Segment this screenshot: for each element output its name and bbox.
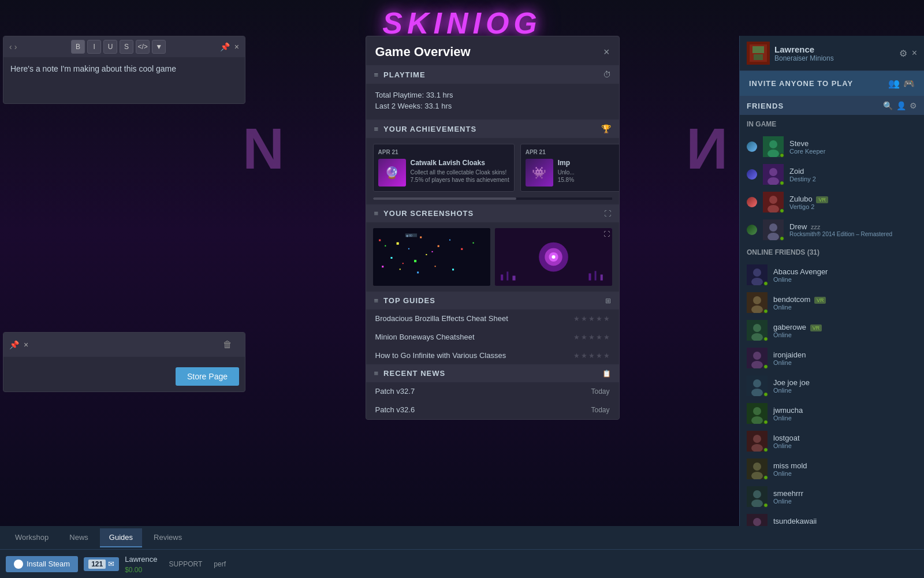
friends-panel-close[interactable]: × (912, 48, 917, 58)
svg-rect-15 (382, 266, 383, 267)
friend-item-lost[interactable]: lostgoat Online (740, 427, 924, 455)
guide-row-3[interactable]: How to Go Infinite with Various Classes … (366, 346, 619, 364)
friend-avatar-iron (747, 348, 767, 368)
friend-game-drew: Rocksmith® 2014 Edition – Remastered (789, 231, 917, 237)
tab-reviews[interactable]: Reviews (144, 528, 191, 547)
news-expand-icon[interactable]: 📋 (602, 370, 611, 378)
friend-item-gabe[interactable]: gaberowe VR Online (740, 316, 924, 344)
friend-avatar-smee (747, 486, 767, 507)
tab-news[interactable]: News (60, 528, 98, 547)
playtime-section-bar: ≡ PLAYTIME ⏱ (366, 65, 619, 84)
note-close-2[interactable]: × (24, 340, 28, 349)
status-dot-drew (780, 236, 784, 241)
notification-count: 121 (88, 560, 106, 569)
bold-button[interactable]: B (71, 40, 85, 54)
friend-info-smee: smeehrrr Online (773, 489, 917, 505)
friend-info-joe: Joe joe joe Online (773, 378, 917, 394)
achievement-date-2: APR 21 (526, 149, 619, 155)
note-nav-back[interactable]: ‹ (9, 42, 12, 51)
strikethrough-button[interactable]: S (120, 40, 133, 54)
status-dot-bendot (763, 309, 768, 314)
guide-row-1[interactable]: Brodacious Brozilla Effects Cheat Sheet … (366, 309, 619, 328)
friend-item-steve[interactable]: Steve Core Keeper (740, 133, 924, 161)
svg-rect-2 (385, 245, 386, 247)
add-icon[interactable]: 👤 (896, 101, 906, 110)
add-friend-icon[interactable]: 👥 (888, 78, 900, 89)
code-button[interactable]: </> (136, 40, 150, 54)
news-date-1: Today (591, 387, 609, 396)
friend-avatar-miss (747, 458, 767, 479)
friend-item-smee[interactable]: smeehrrr Online (740, 483, 924, 510)
note-nav-fwd[interactable]: › (14, 42, 17, 51)
search-icon[interactable]: 🔍 (883, 101, 893, 110)
friend-item-joe[interactable]: Joe joe joe Online (740, 372, 924, 400)
controller-icon[interactable]: 🎮 (903, 78, 915, 89)
underline-button[interactable]: U (103, 40, 117, 54)
modal-close-button[interactable]: × (603, 46, 610, 58)
game-type-icon-vertigo (747, 197, 757, 207)
user-avatar (747, 42, 770, 65)
delete-icon[interactable]: 🗑 (223, 340, 232, 350)
settings-icon[interactable]: ⚙ (899, 48, 907, 59)
news-row-2[interactable]: Patch v32.6 Today (366, 401, 619, 419)
friend-name-zoid: Zoid (789, 167, 917, 176)
friend-name-gabe: gaberowe VR (773, 323, 917, 331)
achievement-img-1: 🔮 (378, 159, 406, 187)
tab-guides[interactable]: Guides (100, 528, 142, 547)
news-row-1[interactable]: Patch v32.7 Today (366, 382, 619, 401)
friend-item-abacus[interactable]: Abacus Avenger Online (740, 261, 924, 289)
friend-item-jw[interactable]: jwmucha Online (740, 400, 924, 427)
friend-avatar-gabe (747, 320, 767, 341)
dropdown-button[interactable]: ▼ (152, 40, 166, 54)
tab-workshop[interactable]: Workshop (6, 528, 58, 547)
svg-rect-36 (752, 46, 764, 53)
note-close-button[interactable]: × (234, 42, 239, 51)
bar-username: Lawrence (125, 555, 157, 564)
status-dot-lost (763, 448, 768, 452)
friend-status-jw: Online (773, 415, 917, 422)
guide-row-2[interactable]: Minion Boneways Cheatsheet ★ ★ ★ ★ ★ (366, 328, 619, 346)
recent-news-label: ≡ RECENT NEWS (374, 369, 446, 378)
note-nav: ‹ › (9, 42, 17, 51)
italic-button[interactable]: I (87, 40, 101, 54)
perf-label: perf (214, 560, 226, 568)
note-content[interactable]: Here's a note I'm making about this cool… (3, 57, 245, 103)
filter-icon[interactable]: ⚙ (910, 101, 917, 110)
friend-status-miss: Online (773, 470, 917, 477)
achievement-details-1: Catwalk Lavish Cloaks Collect all the co… (411, 159, 509, 187)
friend-item-bendot[interactable]: bendotcom VR Online (740, 289, 924, 316)
notification-badge[interactable]: 121 ✉ (84, 557, 119, 571)
steam-bar: Install Steam 121 ✉ Lawrence $0.00 SUPPO… (0, 549, 924, 578)
note-panel-2: 📌 × 🗑 Store Page (3, 332, 245, 392)
svg-text:◉ 80: ◉ 80 (405, 234, 412, 237)
svg-rect-31 (588, 273, 591, 280)
guide-stars-2: ★ ★ ★ ★ ★ (573, 333, 610, 341)
screenshot-2[interactable]: ⛶ (495, 228, 612, 286)
friends-icons-group: 🔍 👤 ⚙ (883, 101, 917, 110)
svg-point-45 (769, 196, 777, 204)
friend-item-zoid[interactable]: Zoid Destiny 2 (740, 161, 924, 188)
friend-info-lost: lostgoat Online (773, 434, 917, 449)
install-steam-button[interactable]: Install Steam (6, 556, 78, 572)
friend-item-zulubo[interactable]: Zulubo VR Vertigo 2 (740, 188, 924, 216)
invite-banner[interactable]: INVITE ANYONE TO PLAY 👥 🎮 (740, 71, 924, 96)
achievement-card-2[interactable]: APR 21 👾 Imp Unlo... 15.8% (520, 144, 619, 192)
screenshot-1[interactable]: ◉ 80 (373, 228, 490, 286)
store-page-button[interactable]: Store Page (176, 367, 239, 386)
achievement-card-1[interactable]: APR 21 🔮 Catwalk Lavish Cloaks Collect a… (373, 144, 515, 192)
svg-rect-4 (408, 248, 409, 249)
friend-avatar-zoid (763, 164, 784, 185)
achievements-label: ≡ YOUR ACHIEVEMENTS (374, 125, 477, 133)
support-link[interactable]: SUPPORT (169, 560, 203, 568)
guides-expand-icon[interactable]: ⊞ (605, 297, 611, 305)
friend-name-tsun: tsundekawaii (773, 517, 917, 525)
friend-item-iron[interactable]: ironjaiden Online (740, 344, 924, 372)
svg-rect-30 (512, 275, 515, 280)
friend-avatar-abacus (747, 264, 767, 285)
screenshots-expand-icon[interactable]: ⛶ (604, 210, 611, 218)
recent-news-section-bar: ≡ RECENT NEWS 📋 (366, 364, 619, 382)
svg-rect-18 (434, 266, 435, 267)
friend-item-miss[interactable]: miss mold Online (740, 455, 924, 483)
guides-list: Brodacious Brozilla Effects Cheat Sheet … (366, 309, 619, 364)
friend-item-drew[interactable]: Drew zzz Rocksmith® 2014 Edition – Remas… (740, 216, 924, 244)
